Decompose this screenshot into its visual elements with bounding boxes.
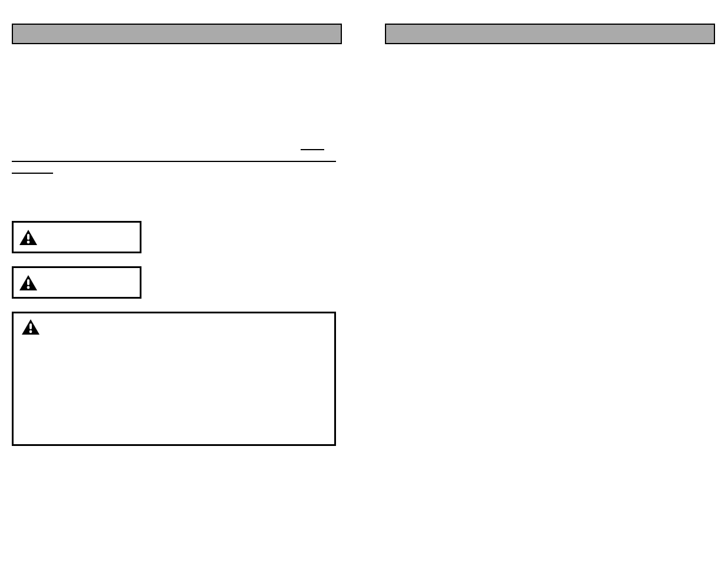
- left-column: [12, 24, 344, 446]
- svg-rect-2: [27, 279, 29, 285]
- svg-rect-0: [27, 234, 29, 240]
- page: [0, 0, 728, 458]
- alert-icon: [22, 319, 39, 335]
- left-intro-text: [12, 56, 344, 150]
- alert-icon: [19, 230, 37, 245]
- svg-point-1: [27, 240, 30, 243]
- heading-underlines: [12, 160, 344, 174]
- right-section-header: [385, 24, 715, 44]
- underline-long: [12, 160, 336, 162]
- svg-rect-4: [29, 323, 32, 329]
- warning-block: [12, 312, 336, 446]
- underline-fragment-right: [301, 149, 324, 150]
- svg-point-3: [27, 286, 30, 289]
- svg-point-5: [29, 330, 32, 333]
- right-column: [385, 24, 717, 446]
- left-section-header: [12, 24, 342, 44]
- alert-icon: [19, 275, 37, 290]
- warning-box-1: [12, 221, 141, 253]
- warning-box-2: [12, 266, 141, 299]
